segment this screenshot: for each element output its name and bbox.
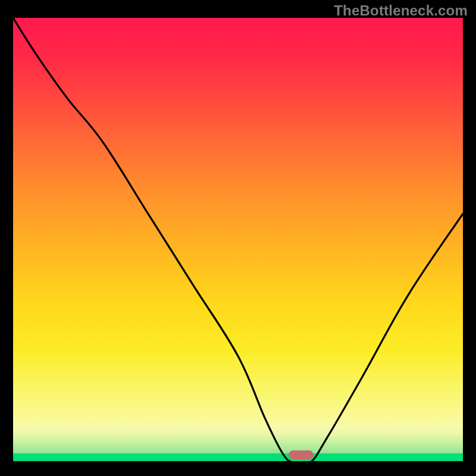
bottleneck-curve <box>13 18 463 463</box>
plot-area <box>13 18 463 463</box>
chart-canvas: TheBottleneck.com <box>0 0 476 476</box>
plot-bottom-edge <box>13 461 463 463</box>
optimal-point-marker <box>289 450 314 459</box>
watermark-text: TheBottleneck.com <box>334 2 468 19</box>
